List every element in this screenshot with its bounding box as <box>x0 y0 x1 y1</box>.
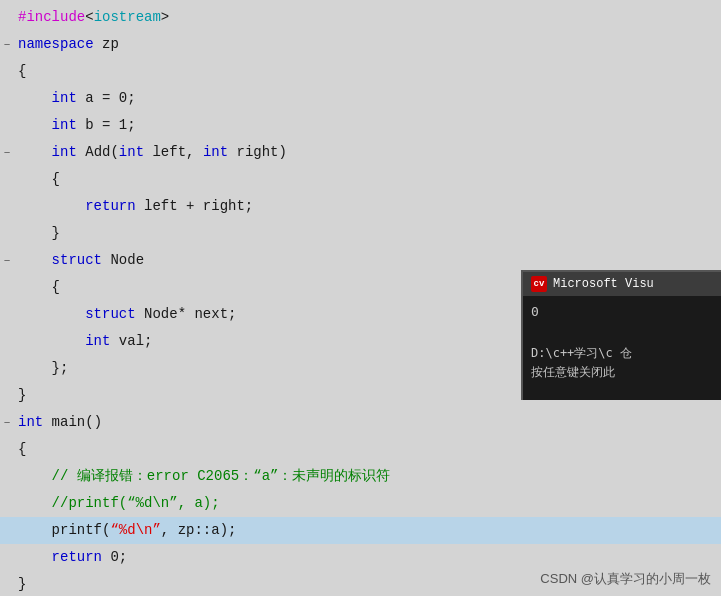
terminal-line-0: 0 <box>531 302 713 323</box>
line-content: return left + right; <box>14 193 721 220</box>
line-content: //printf(“%d\n”, a); <box>14 490 721 517</box>
gutter-icon[interactable]: − <box>0 410 14 437</box>
code-line: // 编译报错：error C2065：“a”：未声明的标识符 <box>0 463 721 490</box>
line-content: { <box>14 58 721 85</box>
gutter-icon[interactable]: − <box>0 140 14 167</box>
fold-minus-icon[interactable]: − <box>4 32 11 59</box>
code-line: −int main() <box>0 409 721 436</box>
line-content: } <box>14 220 721 247</box>
terminal-body: 0 D:\c++学习\c 仓 按任意键关闭此 <box>523 296 721 388</box>
code-line: printf(“%d\n”, zp::a); <box>0 517 721 544</box>
line-content: int Add(int left, int right) <box>14 139 721 166</box>
line-content: #include<iostream> <box>14 4 721 31</box>
terminal-line-2: D:\c++学习\c 仓 <box>531 344 713 363</box>
gutter-icon[interactable]: − <box>0 32 14 59</box>
line-content: return 0; <box>14 544 721 571</box>
line-content: int a = 0; <box>14 85 721 112</box>
terminal-title: Microsoft Visu <box>553 277 654 291</box>
code-line: { <box>0 436 721 463</box>
line-content: // 编译报错：error C2065：“a”：未声明的标识符 <box>14 463 721 490</box>
code-line: { <box>0 58 721 85</box>
watermark: CSDN @认真学习的小周一枚 <box>540 570 711 588</box>
fold-minus-icon[interactable]: − <box>4 140 11 167</box>
code-line: return left + right; <box>0 193 721 220</box>
code-line: −namespace zp <box>0 31 721 58</box>
fold-minus-icon[interactable]: − <box>4 248 11 275</box>
line-content: namespace zp <box>14 31 721 58</box>
line-content: int main() <box>14 409 721 436</box>
code-line: − int Add(int left, int right) <box>0 139 721 166</box>
terminal-line-3: 按任意键关闭此 <box>531 363 713 382</box>
line-content: printf(“%d\n”, zp::a); <box>14 517 721 544</box>
code-line: //printf(“%d\n”, a); <box>0 490 721 517</box>
fold-minus-icon[interactable]: − <box>4 410 11 437</box>
code-line: { <box>0 166 721 193</box>
line-content: { <box>14 436 721 463</box>
code-line: int b = 1; <box>0 112 721 139</box>
line-content: { <box>14 166 721 193</box>
code-line: return 0; <box>0 544 721 571</box>
code-editor: #include<iostream>−namespace zp{ int a =… <box>0 0 721 596</box>
line-content: int b = 1; <box>14 112 721 139</box>
code-line: } <box>0 220 721 247</box>
terminal-line-1 <box>531 323 713 344</box>
code-line: int a = 0; <box>0 85 721 112</box>
code-line: #include<iostream> <box>0 4 721 31</box>
terminal-app-icon: cv <box>531 276 547 292</box>
terminal-overlay: cv Microsoft Visu 0 D:\c++学习\c 仓 按任意键关闭此 <box>521 270 721 400</box>
gutter-icon[interactable]: − <box>0 248 14 275</box>
terminal-titlebar: cv Microsoft Visu <box>523 272 721 296</box>
